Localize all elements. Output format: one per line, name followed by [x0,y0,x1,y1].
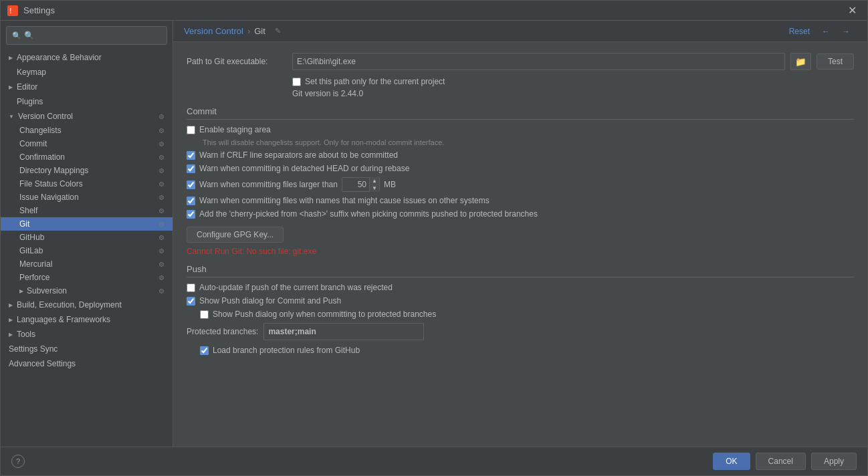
warn-crlf-checkbox[interactable] [187,151,195,160]
sidebar-item-label: Keymap [17,68,46,77]
sidebar-item-file-status-colors[interactable]: File Status Colors ⚙ [1,177,173,191]
reset-button[interactable]: Reset [789,27,810,36]
sidebar-item-advanced-settings[interactable]: Advanced Settings [1,356,173,371]
show-push-dialog-row: Show Push dialog for Commit and Push [187,296,854,306]
sidebar-item-gitlab[interactable]: GitLab ⚙ [1,244,173,257]
sidebar-item-build[interactable]: Build, Execution, Deployment [1,298,173,312]
load-branch-rules-checkbox[interactable] [200,346,209,355]
path-label: Path to Git executable: [187,57,287,66]
show-push-dialog-checkbox[interactable] [187,297,195,306]
footer-left: ? [11,455,25,468]
sidebar-item-label: Commit [19,139,47,148]
settings-icon: ⚙ [158,287,165,295]
sidebar-item-git[interactable]: Git ⚙ [1,217,173,231]
set-path-checkbox[interactable] [292,78,301,86]
sidebar-item-editor[interactable]: Editor [1,80,173,94]
sidebar-item-label: Tools [17,330,35,339]
close-button[interactable]: ✕ [844,3,861,18]
sidebar-item-keymap[interactable]: Keymap [1,65,173,80]
sidebar-item-appearance[interactable]: Appearance & Behavior [1,50,173,65]
sidebar-item-label: Languages & Frameworks [17,315,110,324]
search-icon: 🔍 [12,31,21,40]
sidebar-item-perforce[interactable]: Perforce ⚙ [1,271,173,284]
protected-branches-input[interactable] [263,323,424,340]
ok-button[interactable]: OK [713,453,750,470]
forward-button[interactable]: → [842,27,850,36]
sidebar-item-commit[interactable]: Commit ⚙ [1,137,173,150]
sidebar-item-label: Shelf [19,206,37,215]
enable-staging-label: Enable staging area [199,125,271,134]
cancel-button[interactable]: Cancel [756,453,806,470]
sidebar-item-subversion[interactable]: ▶ Subversion ⚙ [1,284,173,298]
sidebar-item-confirmation[interactable]: Confirmation ⚙ [1,150,173,164]
path-to-git-row: Path to Git executable: 📁 Test [187,53,854,70]
settings-icon: ⚙ [158,167,165,174]
sidebar: 🔍 Appearance & Behavior Keymap Editor Pl… [1,21,173,447]
folder-browse-button[interactable]: 📁 [790,53,811,70]
sidebar-item-changelists[interactable]: Changelists ⚙ [1,124,173,137]
sidebar-item-label: Version Control [18,112,73,121]
sidebar-item-settings-sync[interactable]: Settings Sync [1,342,173,356]
search-input[interactable] [24,31,161,40]
search-box[interactable]: 🔍 [6,26,167,45]
svg-text:!: ! [9,7,11,15]
show-push-protected-checkbox[interactable] [200,310,209,319]
sidebar-item-label: File Status Colors [19,179,83,189]
sidebar-item-label: Changelists [19,126,62,135]
breadcrumb-parent[interactable]: Version Control [184,26,243,36]
load-branch-rules-label: Load branch protection rules from GitHub [213,346,360,355]
sidebar-item-shelf[interactable]: Shelf ⚙ [1,204,173,217]
warn-large-label-pre: Warn when committing files larger than [199,180,338,189]
auto-update-checkbox[interactable] [187,283,195,292]
sidebar-item-directory-mappings[interactable]: Directory Mappings ⚙ [1,164,173,177]
enable-staging-checkbox[interactable] [187,126,195,134]
sidebar-item-languages[interactable]: Languages & Frameworks [1,312,173,327]
sidebar-item-label: GitHub [19,233,44,242]
sidebar-item-issue-navigation[interactable]: Issue Navigation ⚙ [1,191,173,204]
set-path-row: Set this path only for the current proje… [292,77,854,86]
show-push-dialog-label: Show Push dialog for Commit and Push [199,296,341,306]
sidebar-item-label: Issue Navigation [19,193,79,202]
warn-detached-checkbox[interactable] [187,164,195,173]
back-button[interactable]: ← [822,27,830,36]
spin-down-button[interactable]: ▼ [370,185,379,192]
sidebar-item-mercurial[interactable]: Mercurial ⚙ [1,257,173,271]
expand-icon: ▶ [19,288,23,294]
sidebar-item-version-control[interactable]: Version Control ⚙ [1,109,173,124]
load-branch-rules-row: Load branch protection rules from GitHub [200,346,854,355]
warn-large-checkbox[interactable] [187,181,195,189]
sidebar-item-tools[interactable]: Tools [1,327,173,342]
settings-icon: ⚙ [158,127,165,134]
breadcrumb-edit-icon[interactable]: ✎ [275,27,281,35]
help-button[interactable]: ? [11,455,25,468]
set-path-label: Set this path only for the current proje… [305,77,445,86]
title-bar: ! Settings ✕ [1,1,867,21]
warn-names-checkbox[interactable] [187,197,195,205]
sidebar-item-label: Settings Sync [9,344,58,354]
apply-button[interactable]: Apply [811,453,857,470]
panel-content: Path to Git executable: 📁 Test Set this … [173,42,867,447]
push-section-header: Push [187,264,854,277]
git-path-input[interactable] [292,53,785,70]
test-button[interactable]: Test [817,53,854,70]
warn-large-row: Warn when committing files larger than ▲… [187,177,854,192]
add-icon: ⚙ [158,113,165,120]
add-cherry-label: Add the 'cherry-picked from <hash>' suff… [199,209,538,219]
spin-up-button[interactable]: ▲ [370,177,379,185]
warn-large-input[interactable] [342,180,369,189]
add-cherry-checkbox[interactable] [187,210,195,219]
sidebar-item-label: Confirmation [19,152,65,162]
warn-large-label-post: MB [384,180,396,189]
breadcrumb-separator: › [247,26,250,36]
commit-section-header: Commit [187,106,854,120]
warn-large-value-field: ▲ ▼ [342,177,380,192]
sidebar-item-plugins[interactable]: Plugins [1,94,173,109]
configure-gpg-button[interactable]: Configure GPG Key... [187,227,284,243]
settings-icon: ⚙ [158,221,165,228]
sidebar-item-github[interactable]: GitHub ⚙ [1,231,173,244]
warn-detached-row: Warn when committing in detached HEAD or… [187,164,854,173]
breadcrumb-current: Git [254,26,265,36]
git-version-text: Git version is 2.44.0 [292,89,363,98]
window-title: Settings [23,5,844,15]
footer-right: OK Cancel Apply [713,453,857,470]
